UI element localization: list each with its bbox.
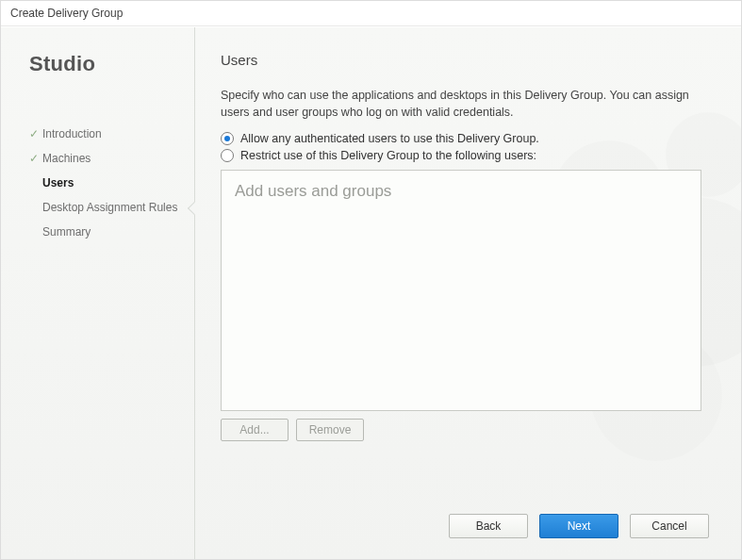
cancel-button[interactable]: Cancel — [630, 514, 709, 538]
option-allow-any[interactable]: Allow any authenticated users to use thi… — [221, 132, 709, 145]
wizard-step-users[interactable]: Users — [29, 171, 194, 195]
page-title: Users — [221, 52, 709, 68]
user-list-placeholder: Add users and groups — [235, 182, 687, 201]
radio-icon — [221, 149, 234, 162]
page-description: Specify who can use the applications and… — [221, 87, 709, 121]
checkmark-icon: ✓ — [29, 127, 42, 140]
window-title: Create Delivery Group — [1, 1, 741, 26]
user-listbox[interactable]: Add users and groups — [221, 170, 701, 411]
brand-title: Studio — [29, 52, 194, 76]
wizard-footer: Back Next Cancel — [449, 514, 709, 538]
wizard-step-introduction[interactable]: ✓Introduction — [29, 122, 194, 146]
wizard-step-machines[interactable]: ✓Machines — [29, 146, 194, 171]
step-label: Machines — [42, 152, 91, 165]
back-button[interactable]: Back — [449, 514, 528, 538]
checkmark-icon: ✓ — [29, 152, 42, 165]
step-label: Summary — [42, 225, 91, 239]
add-button[interactable]: Add... — [221, 419, 289, 441]
wizard-main: Users Specify who can use the applicatio… — [194, 27, 741, 559]
step-label: Introduction — [42, 127, 102, 140]
step-label: Users — [42, 176, 74, 189]
wizard-step-desktop-assignment-rules[interactable]: Desktop Assignment Rules — [29, 195, 194, 220]
option-label: Restrict use of this Delivery Group to t… — [240, 149, 536, 162]
option-label: Allow any authenticated users to use thi… — [240, 132, 539, 145]
remove-button[interactable]: Remove — [296, 419, 364, 441]
radio-icon — [221, 132, 234, 145]
wizard-sidebar: Studio ✓Introduction✓MachinesUsersDeskto… — [1, 27, 194, 559]
step-label: Desktop Assignment Rules — [42, 201, 177, 214]
wizard-step-summary[interactable]: Summary — [29, 220, 194, 244]
next-button[interactable]: Next — [539, 514, 618, 538]
wizard-steps: ✓Introduction✓MachinesUsersDesktop Assig… — [29, 122, 194, 244]
option-restrict[interactable]: Restrict use of this Delivery Group to t… — [221, 149, 709, 162]
